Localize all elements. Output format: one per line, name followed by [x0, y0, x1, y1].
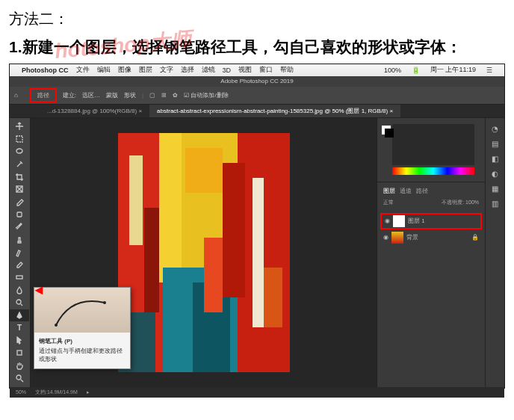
menu-help[interactable]: 帮助	[280, 65, 294, 75]
blur-tool[interactable]	[10, 284, 29, 296]
path-mode-dropdown[interactable]: 路径	[30, 88, 57, 102]
gear-icon[interactable]: ✿	[173, 92, 178, 99]
tab-doc-2[interactable]: abstract-abstract-expressionism-abstract…	[149, 105, 400, 117]
history-brush-tool[interactable]	[10, 247, 29, 259]
tab-layers[interactable]: 图层	[383, 187, 395, 195]
properties-icon[interactable]: ◧	[490, 154, 501, 164]
menu-view[interactable]: 视图	[238, 65, 252, 75]
pen-tool[interactable]	[10, 309, 29, 321]
frame-tool[interactable]	[10, 184, 29, 196]
path-select-tool[interactable]	[10, 334, 29, 346]
eyedropper-tool[interactable]	[10, 196, 29, 208]
zoom-level[interactable]: 50%	[16, 389, 26, 395]
svg-rect-3	[17, 212, 22, 217]
marquee-tool[interactable]	[10, 133, 29, 145]
menu-select[interactable]: 选择	[181, 65, 194, 75]
status-bar: 50% 文档:14.9M/14.9M ▸	[10, 387, 504, 398]
wand-tool[interactable]	[10, 158, 29, 170]
zoom-tool[interactable]	[10, 372, 29, 384]
menu-window[interactable]: 窗口	[259, 65, 273, 75]
heal-tool[interactable]	[10, 209, 29, 220]
tooltip-title: 钢笔工具 (P)	[39, 337, 126, 345]
layers-panel-tabs: 图层 通道 路径	[380, 185, 482, 197]
dodge-tool[interactable]	[10, 297, 29, 309]
layer-thumb	[391, 232, 403, 244]
svg-rect-4	[16, 276, 22, 279]
crop-tool[interactable]	[10, 171, 29, 183]
layers-panel: 图层 通道 路径 正常 不透明度: 100% ◉ 图层 1	[377, 182, 485, 387]
battery-percent: 100%	[384, 67, 401, 74]
eraser-tool[interactable]	[10, 259, 29, 271]
menu-layer[interactable]: 图层	[139, 65, 152, 75]
toolbar: T	[10, 118, 31, 387]
history-icon[interactable]: ◔	[490, 124, 501, 135]
opt-selection-button[interactable]: 选区…	[82, 91, 100, 99]
menu-text[interactable]: 文字	[160, 65, 173, 75]
move-tool[interactable]	[10, 121, 29, 133]
doc-size: 文档:14.9M/14.9M	[35, 389, 78, 396]
mac-status-area: 100% 🔋 周一 上午11:19 ☰	[384, 65, 500, 75]
path-ops-icon[interactable]: ▢	[149, 92, 155, 99]
svg-rect-24	[392, 124, 474, 165]
search-icon[interactable]: ☰	[486, 67, 492, 74]
pen-tool-tooltip: 钢笔工具 (P) 通过锚点与手柄创建和更改路径或形状	[34, 287, 131, 369]
svg-rect-20	[129, 155, 143, 245]
adjustments-icon[interactable]: ◐	[490, 169, 501, 179]
svg-rect-14	[223, 163, 245, 297]
hand-tool[interactable]	[10, 359, 29, 371]
libraries-icon[interactable]: ▦	[490, 184, 501, 194]
gradient-tool[interactable]	[10, 271, 29, 283]
brush-tool[interactable]	[10, 221, 29, 233]
blend-mode-dropdown[interactable]: 正常	[383, 199, 394, 206]
opt-mask-button[interactable]: 蒙版	[106, 91, 118, 99]
document-canvas[interactable]	[118, 133, 290, 372]
auto-add-delete-checkbox[interactable]: ☑ 自动添加/删除	[184, 91, 228, 99]
tab-channels[interactable]: 通道	[400, 187, 412, 195]
color-panel[interactable]	[377, 118, 485, 182]
type-tool[interactable]: T	[10, 322, 29, 334]
svg-rect-11	[159, 133, 182, 282]
menu-3d[interactable]: 3D	[223, 67, 232, 74]
shape-tool[interactable]	[10, 347, 29, 359]
opacity-label: 不透明度:	[442, 200, 464, 205]
tooltip-preview	[34, 288, 130, 333]
app-name[interactable]: Photoshop CC	[22, 67, 69, 74]
svg-rect-16	[253, 178, 264, 327]
svg-rect-21	[264, 268, 282, 327]
clock: 周一 上午11:19	[430, 65, 476, 75]
svg-rect-6	[17, 350, 22, 355]
layer-name[interactable]: 图层 1	[408, 217, 425, 225]
tab-doc-1[interactable]: ...d-1328884.jpg @ 100%(RGB/8) ×	[40, 105, 149, 117]
swatches-icon[interactable]: ▥	[490, 199, 501, 209]
tab-paths[interactable]: 路径	[416, 187, 428, 195]
lasso-tool[interactable]	[10, 146, 29, 158]
opacity-value[interactable]: 100%	[465, 200, 479, 205]
actions-icon[interactable]: ▤	[490, 139, 501, 149]
home-icon[interactable]: ⌂	[14, 92, 18, 99]
window-title: Adobe Photoshop CC 2019	[10, 76, 504, 87]
document-tabs: ...d-1328884.jpg @ 100%(RGB/8) × abstrac…	[10, 105, 504, 118]
menu-filter[interactable]: 滤镜	[202, 65, 215, 75]
svg-rect-27	[385, 129, 394, 138]
svg-point-22	[55, 324, 58, 327]
method-title: 方法二：	[9, 9, 505, 29]
layer-thumb	[393, 215, 405, 227]
layer-row-1[interactable]: ◉ 图层 1	[380, 213, 482, 229]
layer-name[interactable]: 背景	[406, 233, 418, 241]
svg-point-7	[16, 375, 21, 380]
path-align-icon[interactable]: ⊞	[161, 92, 167, 99]
menu-image[interactable]: 图像	[118, 65, 131, 75]
menu-edit[interactable]: 编辑	[97, 65, 111, 75]
opt-shape-button[interactable]: 形状	[124, 91, 136, 99]
svg-rect-19	[204, 238, 223, 312]
svg-rect-18	[185, 148, 223, 193]
svg-point-23	[103, 301, 106, 304]
options-bar: ⌂ 路径 建立: 选区… 蒙版 形状 | ▢ ⊞ ✿ ☑ 自动添加/删除	[10, 87, 504, 105]
menu-file[interactable]: 文件	[76, 65, 90, 75]
layer-row-bg[interactable]: ◉ 背景 🔒	[380, 229, 482, 246]
stamp-tool[interactable]	[10, 234, 29, 246]
svg-rect-25	[392, 167, 474, 175]
photoshop-window: hotoshop大师 Photoshop CC 文件 编辑 图像 图层 文字 选…	[9, 64, 505, 389]
visibility-icon[interactable]: ◉	[383, 234, 388, 241]
visibility-icon[interactable]: ◉	[385, 217, 390, 224]
